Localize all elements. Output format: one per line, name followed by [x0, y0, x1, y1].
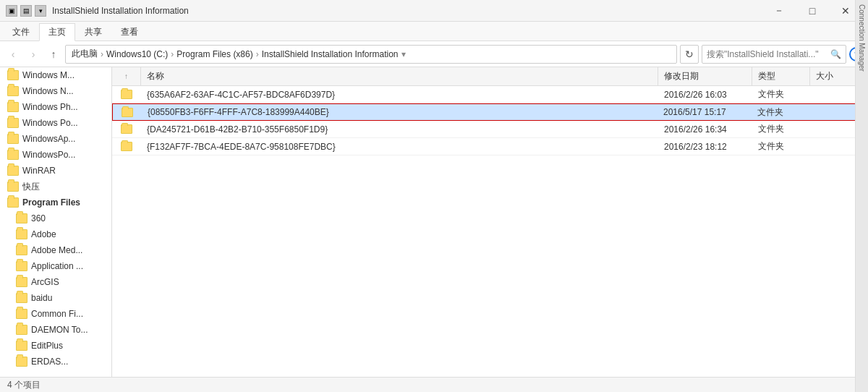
breadcrumb-current: InstallShield Installation Information — [262, 49, 399, 59]
title-bar-icons: ▣ ▤ ▾ — [6, 5, 46, 17]
table-row[interactable]: {08550FB3-F6FF-4FFF-A7C8-183999A440BE} 2… — [112, 103, 868, 121]
table-row[interactable]: {F132AF7F-7BCA-4EDE-8A7C-958108FE7DBC} 2… — [112, 138, 868, 155]
search-bar: 🔍 — [702, 45, 846, 64]
tab-file[interactable]: 文件 — [3, 23, 39, 41]
folder-icon — [16, 341, 27, 351]
sidebar-item-label: Windows M... — [22, 70, 75, 80]
sidebar-item-label: Windows Ph... — [22, 102, 78, 112]
refresh-button[interactable]: ↻ — [680, 45, 699, 64]
tab-share[interactable]: 共享 — [75, 23, 111, 41]
folder-icon — [16, 325, 27, 335]
up-button[interactable]: ↑ — [45, 46, 62, 63]
sidebar-item-windows-m[interactable]: Windows M... — [0, 67, 111, 83]
folder-icon — [16, 293, 27, 303]
sidebar-item-baidu[interactable]: baidu — [0, 290, 111, 306]
search-input[interactable] — [707, 49, 830, 59]
breadcrumb-sep-3: › — [256, 49, 259, 59]
search-icon: 🔍 — [830, 49, 841, 59]
folder-icon — [16, 357, 27, 367]
sidebar-item-label: DAEMON To... — [31, 325, 88, 335]
col-date-header[interactable]: 修改日期 — [658, 67, 752, 85]
breadcrumb-program-files: Program Files (x86) — [176, 49, 252, 59]
sidebar-item-label: Adobe Med... — [31, 245, 82, 255]
sidebar-item-common-fi[interactable]: Common Fi... — [0, 306, 111, 322]
sidebar-item-adobe-med[interactable]: Adobe Med... — [0, 242, 111, 258]
sidebar-item-erdas[interactable]: ERDAS... — [0, 354, 111, 370]
col-type-header[interactable]: 类型 — [752, 67, 810, 85]
sidebar-item-label: Windows Po... — [22, 118, 78, 128]
tab-view[interactable]: 查看 — [111, 23, 148, 41]
ribbon: 文件 主页 共享 查看 — [0, 22, 868, 41]
folder-icon — [16, 309, 27, 319]
window-title: InstallShield Installation Information — [52, 6, 762, 16]
title-bar: ▣ ▤ ▾ InstallShield Installation Informa… — [0, 0, 868, 22]
row-indent — [112, 124, 141, 134]
sidebar-item-arcgis[interactable]: ArcGIS — [0, 274, 111, 290]
sidebar-item-windows-ph[interactable]: Windows Ph... — [0, 99, 111, 115]
sidebar-item-kuaiya[interactable]: 快压 — [0, 179, 111, 195]
col-name-header[interactable]: 名称 — [141, 67, 658, 85]
sidebar-item-application[interactable]: Application ... — [0, 258, 111, 274]
main-content: Windows M... Windows N... Windows Ph... … — [0, 67, 868, 377]
folder-icon — [7, 182, 19, 192]
folder-icon — [121, 142, 132, 151]
table-row[interactable]: {635A6AF2-63AF-4C1C-AF57-BDC8AF6D397D} 2… — [112, 86, 868, 103]
folder-icon — [121, 124, 132, 134]
sidebar-item-label: ArcGIS — [31, 277, 59, 287]
file-list-header: ↑ 名称 修改日期 类型 大小 — [112, 67, 868, 86]
sidebar-item-360[interactable]: 360 — [0, 210, 111, 226]
folder-icon — [16, 229, 27, 239]
table-row[interactable]: {DA245721-D61B-42B2-B710-355F6850F1D9} 2… — [112, 121, 868, 138]
folder-icon — [122, 108, 133, 117]
file-date: 2016/2/23 18:12 — [658, 142, 752, 152]
folder-icon — [7, 70, 19, 80]
sidebar-item-editplus[interactable]: EditPlus — [0, 338, 111, 354]
folder-icon — [7, 150, 19, 160]
row-indent — [112, 90, 141, 99]
breadcrumb-sep-1: › — [101, 49, 103, 59]
address-bar: ‹ › ↑ 此电脑 › Windows10 (C:) › Program Fil… — [0, 41, 868, 67]
ribbon-tabs: 文件 主页 共享 查看 — [0, 22, 868, 41]
sidebar-item-label: WindowsAp... — [22, 134, 75, 144]
sidebar-item-label: WindowsPo... — [22, 150, 75, 160]
file-list: ↑ 名称 修改日期 类型 大小 {635A6AF2-63AF-4C1C-AF57… — [112, 67, 868, 377]
folder-icon — [7, 166, 19, 176]
sidebar-item-windowspo[interactable]: WindowsPo... — [0, 147, 111, 163]
minimize-button[interactable]: － — [762, 0, 796, 22]
tab-home[interactable]: 主页 — [39, 23, 75, 41]
file-date: 2016/5/17 15:17 — [658, 107, 752, 117]
sidebar-item-label: baidu — [31, 293, 52, 303]
breadcrumb-sep-2: › — [171, 49, 174, 59]
folder-icon — [7, 134, 19, 144]
sidebar-item-label: 快压 — [22, 181, 40, 193]
file-name: {DA245721-D61B-42B2-B710-355F6850F1D9} — [141, 124, 658, 135]
maximize-button[interactable]: □ — [796, 0, 829, 22]
sidebar-item-winrar[interactable]: WinRAR — [0, 163, 111, 179]
folder-icon — [16, 277, 27, 287]
back-button[interactable]: ‹ — [4, 46, 22, 63]
sidebar-item-program-files[interactable]: Program Files — [0, 195, 111, 210]
file-name: {635A6AF2-63AF-4C1C-AF57-BDC8AF6D397D} — [141, 90, 658, 100]
sidebar-item-windowsap[interactable]: WindowsAp... — [0, 131, 111, 147]
folder-icon — [7, 102, 19, 112]
sidebar-item-daemon[interactable]: DAEMON To... — [0, 322, 111, 338]
sidebar-item-label: EditPlus — [31, 341, 63, 351]
sidebar-item-label: 360 — [31, 213, 46, 223]
sidebar-item-label: Windows N... — [22, 86, 74, 96]
breadcrumb[interactable]: 此电脑 › Windows10 (C:) › Program Files (x8… — [65, 45, 677, 64]
sidebar: Windows M... Windows N... Windows Ph... … — [0, 67, 112, 377]
sidebar-item-windows-n[interactable]: Windows N... — [0, 83, 111, 99]
bg-window-strip: Connection Manager — [855, 0, 868, 392]
sidebar-item-label: Program Files — [22, 197, 80, 208]
row-indent — [112, 142, 141, 151]
file-type: 文件夹 — [752, 123, 810, 135]
sidebar-item-windows-po[interactable]: Windows Po... — [0, 115, 111, 131]
folder-icon — [16, 261, 27, 271]
row-indent — [113, 108, 142, 117]
sidebar-item-label: Common Fi... — [31, 309, 83, 319]
forward-button[interactable]: › — [25, 46, 42, 63]
folder-icon — [16, 213, 27, 223]
file-date: 2016/2/26 16:03 — [658, 90, 752, 100]
title-icon-1: ▣ — [6, 5, 17, 17]
sidebar-item-adobe[interactable]: Adobe — [0, 226, 111, 242]
